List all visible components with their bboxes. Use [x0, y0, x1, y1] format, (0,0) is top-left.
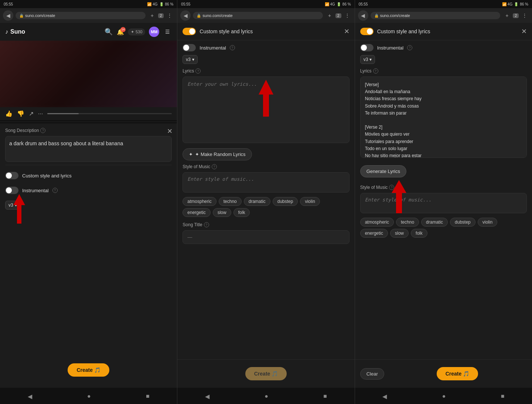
style-of-music-input-3[interactable]	[360, 193, 527, 213]
instrumental-help-3: ?	[407, 45, 412, 50]
nav-square-2[interactable]: ■	[316, 391, 334, 401]
close-btn-panel1[interactable]: ✕	[167, 127, 173, 135]
custom-style-toggle-row: Custom style and lyrics	[5, 168, 172, 183]
instrumental-help-icon: ?	[52, 188, 58, 193]
custom-style-toggle-2[interactable]	[183, 28, 196, 35]
nav-back-3[interactable]: ◀	[375, 391, 394, 401]
nav-home-3[interactable]: ●	[435, 391, 453, 401]
search-btn[interactable]: 🔍	[104, 27, 113, 36]
tag-violin-2[interactable]: violin	[300, 197, 320, 206]
lyrics-help-3: ?	[373, 68, 378, 74]
status-icons-2: 📶 4G 🔋 86 %	[325, 2, 351, 6]
custom-style-toggle[interactable]	[5, 172, 18, 179]
tag-dubstep-3[interactable]: dubstep	[450, 218, 475, 227]
create-btn-3[interactable]: Create 🎵	[437, 367, 478, 380]
notification-bell[interactable]: 🔔 14	[117, 28, 124, 35]
share-btn[interactable]: ↗	[29, 110, 34, 117]
instrumental-label-2: Instrumental	[200, 45, 226, 51]
divider	[0, 122, 177, 122]
browser-actions-1: + 2 ⋮	[148, 11, 174, 20]
avatar[interactable]: MM	[149, 27, 159, 37]
new-tab-btn-1[interactable]: +	[148, 11, 157, 20]
time-2: 05:55	[181, 2, 190, 6]
nav-square-1[interactable]: ■	[139, 391, 157, 401]
tag-energetic-3[interactable]: energetic	[360, 229, 388, 238]
version-select[interactable]: v3 ▾	[5, 201, 20, 210]
nav-home-1[interactable]: ●	[80, 391, 98, 401]
tag-folk-2[interactable]: folk	[233, 208, 250, 217]
address-bar-3[interactable]: 🔒 suno.com/create	[371, 12, 501, 19]
instrumental-toggle-2[interactable]	[183, 44, 196, 51]
instrumental-toggle-row: Instrumental ?	[5, 183, 172, 198]
lyrics-textarea-2[interactable]	[183, 77, 349, 143]
song-description-input[interactable]: a dark drum and bass song about a litera…	[5, 136, 172, 162]
create-btn-2[interactable]: Create 🎵	[245, 367, 287, 380]
version-select-3[interactable]: v3 ▾	[360, 55, 375, 64]
tag-atmospheric-3[interactable]: atmospheric	[360, 218, 394, 227]
lyrics-label-3: Lyrics ?	[360, 68, 527, 74]
tag-atmospheric-2[interactable]: atmospheric	[183, 197, 216, 206]
instrumental-toggle[interactable]	[5, 187, 18, 194]
clear-btn-3[interactable]: Clear	[360, 368, 384, 380]
tag-dramatic-2[interactable]: dramatic	[244, 197, 270, 206]
tag-dramatic-3[interactable]: dramatic	[421, 218, 448, 227]
custom-style-toggle-3[interactable]	[360, 28, 374, 35]
thumbdown-btn[interactable]: 👎	[17, 110, 24, 117]
lyrics-label-2: Lyrics ?	[183, 68, 349, 74]
instrumental-toggle-3[interactable]	[360, 44, 374, 51]
tab-count-1[interactable]: 2	[158, 13, 164, 18]
custom-style-label: Custom style and lyrics	[22, 173, 72, 179]
back-btn-3[interactable]: ◀	[358, 10, 368, 21]
style-of-music-input-2[interactable]	[183, 172, 349, 193]
chevron-down-icon: ▾	[15, 203, 17, 208]
back-btn-1[interactable]: ◀	[3, 10, 13, 21]
menu-btn-1[interactable]: ⋮	[165, 11, 174, 20]
tag-slow-3[interactable]: slow	[390, 229, 409, 238]
style-music-label-3: Style of Music ?	[360, 185, 527, 190]
create-btn-1[interactable]: Create 🎵	[68, 363, 109, 377]
notif-count: 14	[120, 27, 126, 32]
more-btn[interactable]: ···	[38, 111, 43, 117]
tag-violin-3[interactable]: violin	[478, 218, 497, 227]
address-bar-2[interactable]: 🔒 suno.com/create	[193, 12, 323, 19]
instrumental-label-3: Instrumental	[377, 45, 404, 51]
style-music-help-2: ?	[212, 164, 217, 169]
tab-count-2[interactable]: 2	[335, 13, 341, 18]
progress-bar	[47, 113, 172, 114]
style-music-section-3: Style of Music ?	[360, 185, 527, 215]
browser-chrome-1: ◀ 🔒 suno.com/create + 2 ⋮	[0, 8, 177, 23]
new-tab-btn-3[interactable]: +	[502, 11, 511, 20]
new-tab-btn-2[interactable]: +	[325, 11, 334, 20]
lyrics-content-3[interactable]: [Verse] Ando4all en la mañana Noticias f…	[360, 77, 527, 158]
make-random-lyrics-btn[interactable]: ✦ ✦ Make Random Lyrics	[183, 148, 252, 160]
hamburger-menu[interactable]: ☰	[163, 27, 172, 36]
suno-nav-icons: 🔍 🔔 14 ✦ 530 MM ☰	[104, 27, 172, 37]
nav-back-2[interactable]: ◀	[198, 391, 217, 401]
menu-btn-2[interactable]: ⋮	[343, 11, 352, 20]
generate-lyrics-btn[interactable]: Generate Lyrics	[360, 165, 406, 177]
address-bar-1[interactable]: 🔒 suno.com/create	[16, 12, 146, 19]
nav-back-1[interactable]: ◀	[20, 391, 40, 401]
tag-slow-2[interactable]: slow	[213, 208, 231, 217]
version-select-2[interactable]: v3 ▾	[183, 55, 198, 64]
back-btn-2[interactable]: ◀	[180, 10, 191, 21]
nav-home-2[interactable]: ●	[257, 391, 276, 401]
tag-dubstep-2[interactable]: dubstep	[273, 197, 298, 206]
close-btn-modal-3[interactable]: ✕	[521, 27, 527, 35]
tag-techno-2[interactable]: techno	[219, 197, 242, 206]
thumbup-btn[interactable]: 👍	[5, 110, 13, 117]
song-title-input-2[interactable]	[183, 230, 349, 244]
status-icons-3: 📶 4G 🔋 86 %	[502, 2, 528, 6]
tab-count-3[interactable]: 2	[513, 13, 519, 18]
tag-folk-3[interactable]: folk	[411, 229, 427, 238]
style-music-label-2: Style of Music ?	[183, 164, 349, 169]
browser-chrome-2: ◀ 🔒 suno.com/create + 2 ⋮	[177, 8, 354, 23]
tag-energetic-2[interactable]: energetic	[183, 208, 210, 217]
nav-bar-3: ◀ ● ■	[355, 388, 532, 404]
nav-square-3[interactable]: ■	[494, 391, 512, 401]
tag-techno-3[interactable]: techno	[396, 218, 419, 227]
version-row-3: v3 ▾	[360, 55, 527, 64]
close-btn-modal-2[interactable]: ✕	[344, 27, 349, 35]
menu-btn-3[interactable]: ⋮	[520, 11, 529, 20]
time-3: 05:55	[359, 2, 368, 6]
